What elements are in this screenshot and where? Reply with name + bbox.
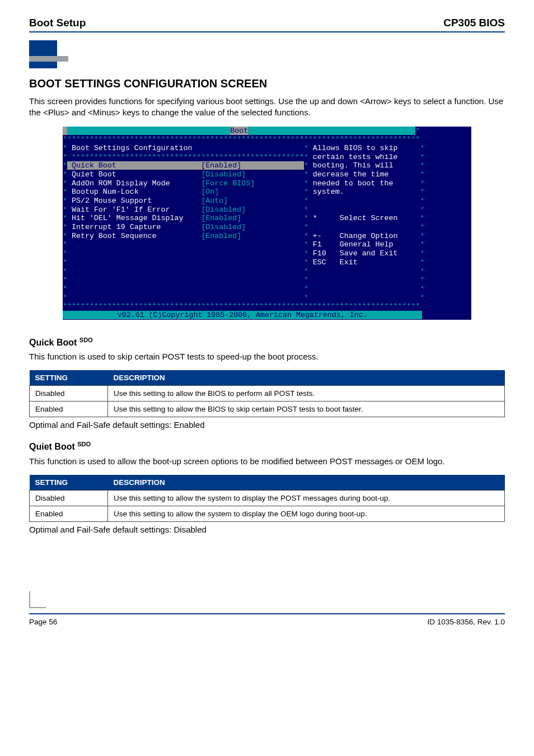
- footer-right: ID 1035-8356, Rev. 1.0: [427, 618, 505, 626]
- quick-boot-defaults: Optimal and Fail-Safe default settings: …: [29, 419, 505, 431]
- corner-icon: [29, 591, 46, 608]
- page-header: Boot Setup CP305 BIOS: [29, 17, 505, 31]
- section-title: BOOT SETTINGS CONFIGURATION SCREEN: [29, 77, 505, 90]
- header-left: Boot Setup: [29, 17, 86, 29]
- quiet-boot-table: SETTINGDESCRIPTION DisabledUse this sett…: [29, 475, 505, 522]
- quiet-boot-heading: Quiet Boot SDO: [29, 441, 505, 452]
- quick-boot-table: SETTINGDESCRIPTION DisabledUse this sett…: [29, 370, 505, 417]
- quick-boot-heading: Quick Boot SDO: [29, 337, 505, 348]
- quiet-boot-desc: This function is used to allow the boot-…: [29, 456, 505, 467]
- section-description: This screen provides functions for speci…: [29, 96, 505, 119]
- header-right: CP305 BIOS: [443, 17, 505, 29]
- quiet-boot-defaults: Optimal and Fail-Safe default settings: …: [29, 524, 505, 535]
- header-rule: [29, 31, 505, 32]
- quick-boot-desc: This function is used to skip certain PO…: [29, 351, 505, 362]
- footer-left: Page 56: [29, 618, 57, 626]
- page-footer: Page 56 ID 1035-8356, Rev. 1.0: [29, 591, 505, 626]
- bios-screenshot: Boot ***********************************…: [63, 127, 471, 320]
- logo-icon: [29, 40, 68, 68]
